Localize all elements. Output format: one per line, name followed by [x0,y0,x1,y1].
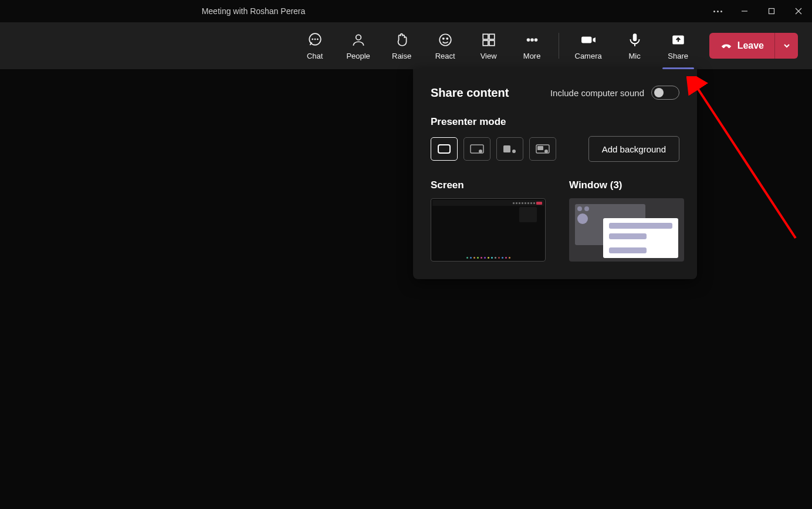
leave-dropdown[interactable] [774,33,798,59]
share-options-row: Screen Window (3) [431,179,679,262]
presenter-mode-row: Add background [431,136,679,162]
screen-share-option[interactable] [431,198,546,262]
svg-point-7 [317,39,317,39]
svg-point-5 [312,39,313,39]
svg-rect-12 [483,34,488,39]
panel-header: Share content Include computer sound [431,86,679,100]
more-label: More [523,52,541,60]
svg-rect-24 [503,145,510,152]
close-icon [794,7,803,15]
svg-point-10 [442,38,444,39]
titlebar-controls [704,0,812,22]
svg-rect-14 [483,40,488,46]
screen-column: Screen [431,179,546,262]
react-icon [437,32,454,48]
include-sound-toggle[interactable] [651,86,679,100]
more-icon [524,32,540,48]
maximize-icon [767,7,776,15]
share-label: Share [668,52,688,60]
window-column: Window (3) [569,179,684,262]
svg-point-28 [544,150,548,153]
svg-point-18 [534,39,537,41]
people-icon [350,32,367,48]
raise-hand-icon [394,32,410,48]
share-content-title: Share content [431,86,509,100]
window-share-option[interactable] [569,198,684,262]
svg-point-23 [479,150,482,153]
svg-point-6 [314,39,315,39]
hangup-icon [720,39,733,52]
mic-button[interactable]: Mic [614,27,655,65]
svg-point-11 [446,38,448,39]
minimize-button[interactable] [731,0,758,22]
react-button[interactable]: React [425,27,466,65]
raise-label: Raise [392,52,411,60]
svg-rect-19 [632,33,637,41]
view-icon [481,32,497,48]
react-label: React [435,52,455,60]
screen-title: Screen [431,179,546,191]
svg-point-8 [356,35,361,40]
leave-group: Leave [709,33,798,59]
more-button[interactable]: More [512,27,553,65]
svg-point-9 [439,34,451,46]
people-label: People [346,52,370,60]
svg-rect-13 [489,34,495,39]
view-button[interactable]: View [468,27,509,65]
add-background-label: Add background [602,144,666,154]
presenter-mode-content-only[interactable] [431,137,458,161]
presenter-mode-side-by-side[interactable] [496,137,523,161]
chevron-down-icon [783,42,791,50]
titlebar: Meeting with Roshan Perera [0,0,812,22]
ellipsis-icon [713,11,722,12]
svg-rect-1 [769,9,774,14]
raise-button[interactable]: Raise [381,27,422,65]
include-sound-row: Include computer sound [550,86,679,100]
include-sound-label: Include computer sound [550,88,644,98]
svg-rect-21 [438,145,450,153]
chat-button[interactable]: Chat [295,27,336,65]
window-title-wrap: Meeting with Roshan Perera [0,6,812,16]
leave-label: Leave [737,40,764,51]
mic-label: Mic [629,52,641,60]
window-title: Meeting with Roshan Perera [202,6,306,16]
svg-rect-27 [537,146,543,150]
minimize-icon [740,7,749,15]
add-background-button[interactable]: Add background [588,136,679,162]
camera-label: Camera [575,52,602,60]
share-content-panel: Share content Include computer sound Pre… [413,69,697,279]
close-button[interactable] [785,0,812,22]
window-title-label: Window (3) [569,179,684,191]
share-icon [670,32,686,48]
chat-icon [307,32,323,48]
mic-icon [627,32,643,48]
presenter-mode-title: Presenter mode [431,116,679,128]
ellipsis-button[interactable] [704,0,731,22]
camera-icon [580,32,597,48]
share-button[interactable]: Share [658,27,699,65]
leave-button[interactable]: Leave [709,33,774,59]
maximize-button[interactable] [758,0,785,22]
people-button[interactable]: People [338,27,379,65]
view-label: View [481,52,497,60]
camera-button[interactable]: Camera [565,27,612,65]
meeting-toolbar: Chat People Raise React View More [0,22,812,69]
svg-point-17 [531,39,533,41]
svg-point-16 [527,39,529,41]
chat-label: Chat [307,52,323,60]
svg-point-25 [512,150,516,153]
svg-rect-15 [489,40,495,46]
presenter-mode-standout[interactable] [463,137,490,161]
toolbar-divider [559,33,559,59]
presenter-mode-reporter[interactable] [529,137,556,161]
